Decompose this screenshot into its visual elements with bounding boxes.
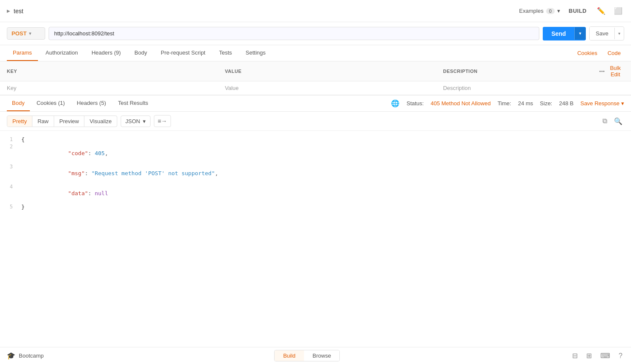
wrap-icon: ≡→	[158, 118, 167, 124]
json-format-dropdown[interactable]: JSON ▾	[121, 116, 151, 127]
toolbar-right: ⧉ 🔍	[601, 116, 624, 127]
format-group: Pretty Raw Preview Visualize	[7, 116, 117, 127]
line-content-4: "data": null	[21, 184, 631, 203]
method-dropdown[interactable]: POST ▾	[7, 27, 45, 40]
bootcamp-icon: 🎓	[7, 352, 15, 360]
code-line-4: 4 "data": null	[0, 183, 631, 203]
edit-icon[interactable]: ✏️	[595, 5, 607, 17]
response-tab-cookies[interactable]: Cookies (1)	[32, 95, 70, 111]
tab-body[interactable]: Body	[128, 45, 153, 61]
table-row: Key Value Description	[0, 81, 631, 95]
bottom-browse-button[interactable]: Browse	[304, 350, 339, 361]
line-content-3: "msg": "Request method 'POST' not suppor…	[21, 164, 631, 183]
keyboard-icon[interactable]: ⌨	[599, 350, 612, 361]
wrap-button[interactable]: ≡→	[154, 115, 171, 127]
size-value: 248 B	[559, 100, 573, 107]
response-status-bar: 🌐 Status: 405 Method Not Allowed Time: 2…	[391, 99, 624, 107]
response-section: Body Cookies (1) Headers (5) Test Result…	[0, 95, 631, 347]
code-line-3: 3 "msg": "Request method 'POST' not supp…	[0, 163, 631, 183]
save-response-button[interactable]: Save Response ▾	[580, 100, 624, 107]
response-tab-headers[interactable]: Headers (5)	[72, 95, 111, 111]
save-dropdown-button[interactable]: ▾	[614, 28, 624, 39]
tab-settings[interactable]: Settings	[240, 45, 272, 61]
time-label: Time:	[498, 100, 511, 107]
format-raw-button[interactable]: Raw	[32, 116, 54, 127]
bulk-edit-button[interactable]: Bulk Edit	[610, 65, 621, 78]
request-tabs: Params Authorization Headers (9) Body Pr…	[0, 45, 631, 61]
format-pretty-button[interactable]: Pretty	[7, 116, 32, 127]
bottom-build-button[interactable]: Build	[275, 350, 304, 361]
globe-icon: 🌐	[391, 99, 399, 107]
col-header-actions: ••• Bulk Edit	[593, 61, 631, 81]
send-button[interactable]: Send	[543, 27, 574, 40]
key-cell[interactable]: Key	[0, 81, 218, 95]
status-label: Status:	[406, 100, 423, 107]
line-content-5: }	[21, 204, 631, 210]
build-button[interactable]: BUILD	[565, 6, 590, 16]
code-line-1: 1 {	[0, 136, 631, 143]
more-options-icon[interactable]: •••	[599, 69, 605, 74]
params-section: KEY VALUE DESCRIPTION ••• Bulk Edit	[0, 61, 631, 95]
format-preview-button[interactable]: Preview	[54, 116, 84, 127]
response-tab-test-results[interactable]: Test Results	[113, 95, 153, 111]
bootcamp-label[interactable]: Bootcamp	[19, 352, 44, 359]
code-area[interactable]: 1 { 2 "code": 405, 3 "msg": "Request met…	[0, 131, 631, 347]
status-value: 405 Method Not Allowed	[431, 100, 491, 107]
copy-button[interactable]: ⧉	[601, 116, 609, 127]
tab-authorization[interactable]: Authorization	[40, 45, 84, 61]
top-bar-right: Examples 0 ▾ BUILD ✏️ ⬜	[519, 5, 624, 17]
json-format-label: JSON	[125, 118, 140, 124]
response-tab-body[interactable]: Body	[7, 95, 30, 111]
examples-button[interactable]: Examples 0 ▾	[519, 8, 560, 14]
line-num-2: 2	[0, 144, 21, 150]
send-button-group: Send ▾	[543, 27, 586, 40]
search-icon: 🔍	[614, 118, 622, 125]
size-label: Size:	[540, 100, 552, 107]
tab-extra-links: Cookies Code	[574, 46, 624, 61]
bottom-right-icons: ⊟ ⊞ ⌨ ?	[570, 350, 624, 361]
copy-icon: ⧉	[602, 117, 607, 124]
code-line-2: 2 "code": 405,	[0, 143, 631, 163]
url-input[interactable]	[49, 27, 539, 40]
help-icon[interactable]: ?	[617, 350, 624, 361]
examples-label: Examples	[519, 8, 544, 14]
bottom-bar: 🎓 Bootcamp Build Browse ⊟ ⊞ ⌨ ?	[0, 347, 631, 364]
code-line-5: 5 }	[0, 203, 631, 211]
build-browse-tabs: Build Browse	[274, 350, 340, 361]
line-num-3: 3	[0, 164, 21, 170]
top-bar-left: ▶ test	[7, 8, 23, 14]
format-visualize-button[interactable]: Visualize	[84, 116, 117, 127]
cookies-link[interactable]: Cookies	[574, 46, 601, 61]
col-header-key: KEY	[0, 61, 218, 81]
search-button[interactable]: 🔍	[612, 116, 624, 127]
tab-headers[interactable]: Headers (9)	[86, 45, 127, 61]
line-num-1: 1	[0, 136, 21, 142]
tab-pre-request[interactable]: Pre-request Script	[155, 45, 211, 61]
value-cell[interactable]: Value	[218, 81, 437, 95]
json-format-chevron-icon: ▾	[143, 118, 146, 124]
response-body-toolbar: Pretty Raw Preview Visualize JSON ▾ ≡→ ⧉…	[0, 112, 631, 131]
save-button-group: Save ▾	[589, 26, 624, 40]
line-content-2: "code": 405,	[21, 144, 631, 163]
line-num-4: 4	[0, 184, 21, 190]
expand-icon[interactable]: ▶	[7, 9, 10, 13]
examples-chevron-icon: ▾	[557, 8, 560, 14]
method-chevron-icon: ▾	[29, 31, 31, 36]
col-header-value: VALUE	[218, 61, 437, 81]
line-num-5: 5	[0, 204, 21, 210]
time-value: 24 ms	[518, 100, 533, 107]
col-header-description: DESCRIPTION	[436, 61, 592, 81]
send-dropdown-button[interactable]: ▾	[574, 27, 586, 40]
bootcamp-section: 🎓 Bootcamp	[7, 352, 44, 360]
description-cell[interactable]: Description	[436, 81, 592, 95]
code-link[interactable]: Code	[604, 46, 624, 61]
code-icon[interactable]: ⬜	[612, 5, 624, 17]
tab-params[interactable]: Params	[7, 45, 38, 61]
tab-tests[interactable]: Tests	[213, 45, 238, 61]
examples-badge: 0	[546, 8, 555, 14]
url-bar: POST ▾ Send ▾ Save ▾	[0, 22, 631, 45]
row-actions-cell	[593, 81, 631, 95]
save-button[interactable]: Save	[590, 27, 614, 40]
table-icon[interactable]: ⊞	[585, 350, 593, 361]
layout-icon[interactable]: ⊟	[570, 350, 579, 361]
